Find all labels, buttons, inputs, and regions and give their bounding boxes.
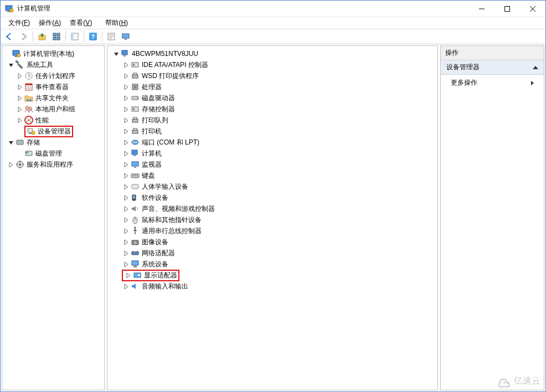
tree-storage[interactable]: 存储	[2, 137, 104, 148]
help-button[interactable]	[86, 30, 100, 43]
toolbar-separator	[102, 31, 102, 42]
disclosure-closed-icon[interactable]	[122, 282, 131, 291]
wrench-icon	[16, 60, 24, 69]
actions-section-device-manager[interactable]: 设备管理器	[441, 60, 544, 75]
tree-label: 磁盘驱动器	[142, 94, 175, 103]
tree-label: 设备管理器	[38, 127, 71, 136]
disclosure-closed-icon[interactable]	[122, 193, 131, 202]
tree-performance[interactable]: 性能	[2, 115, 104, 126]
dev-system[interactable]: 系统设备	[107, 259, 437, 270]
dev-print-queue[interactable]: 打印队列	[107, 115, 437, 126]
tree-label: 本地用户和组	[35, 105, 75, 114]
device-root[interactable]: 4BCWPM51NTV8JUU	[107, 48, 437, 59]
dev-display[interactable]: 显示适配器	[107, 270, 437, 281]
disclosure-closed-icon[interactable]	[122, 127, 131, 136]
software-icon	[131, 193, 140, 202]
disclosure-closed-icon[interactable]	[16, 94, 24, 102]
disclosure-closed-icon[interactable]	[16, 116, 24, 125]
dev-network[interactable]: 网络适配器	[107, 247, 437, 259]
disclosure-closed-icon[interactable]	[122, 238, 131, 246]
dev-ports[interactable]: 端口 (COM 和 LPT)	[107, 137, 437, 148]
dev-mouse[interactable]: 鼠标和其他指针设备	[107, 214, 437, 225]
device-tree[interactable]: 4BCWPM51NTV8JUU IDE ATA/ATAPI 控制器 WSD 打印…	[107, 46, 437, 294]
show-hide-tree-button[interactable]	[50, 30, 63, 43]
tree-label: 事件查看器	[35, 82, 69, 92]
chevron-right-icon	[531, 81, 534, 85]
action-pane-button[interactable]	[105, 30, 118, 43]
disclosure-closed-icon[interactable]	[122, 204, 131, 213]
disclosure-closed-icon[interactable]	[16, 71, 24, 80]
disclosure-open-icon[interactable]	[7, 138, 16, 147]
disclosure-closed-icon[interactable]	[7, 160, 16, 169]
dev-printer[interactable]: 打印机	[107, 126, 437, 137]
dev-keyboard[interactable]: 键盘	[107, 170, 437, 181]
dev-hid[interactable]: 人体学输入设备	[107, 181, 437, 192]
disclosure-closed-icon[interactable]	[122, 215, 131, 224]
disclosure-closed-icon[interactable]	[122, 105, 131, 114]
menu-view[interactable]: 查看(V)	[65, 17, 96, 29]
tree-shared-folders[interactable]: 共享文件夹	[2, 92, 104, 104]
maximize-button[interactable]	[495, 1, 520, 17]
window-title: 计算机管理	[17, 4, 469, 13]
dev-software[interactable]: 软件设备	[107, 192, 437, 203]
watermark-text: 亿速云	[514, 375, 540, 387]
actions-pane: 操作 设备管理器 更多操作 亿速云	[440, 45, 544, 390]
dev-monitor[interactable]: 监视器	[107, 159, 437, 170]
tree-services[interactable]: 服务和应用程序	[2, 159, 104, 170]
dev-wsd[interactable]: WSD 打印提供程序	[107, 70, 437, 81]
disclosure-closed-icon[interactable]	[122, 260, 131, 269]
dev-ide[interactable]: IDE ATA/ATAPI 控制器	[107, 59, 437, 70]
tree-event-viewer[interactable]: 事件查看器	[2, 81, 104, 92]
tree-label: IDE ATA/ATAPI 控制器	[142, 60, 208, 70]
tree-system-tools[interactable]: 系统工具	[2, 59, 104, 70]
tree-disk-mgmt[interactable]: 磁盘管理	[2, 148, 104, 159]
actions-more[interactable]: 更多操作	[441, 75, 544, 91]
disclosure-closed-icon[interactable]	[122, 149, 131, 158]
scan-hardware-button[interactable]	[119, 30, 132, 43]
tree-label: 声音、视频和游戏控制器	[142, 204, 215, 214]
dev-usb[interactable]: 通用串行总线控制器	[107, 225, 437, 236]
tree-label: 显示适配器	[144, 271, 177, 280]
disclosure-closed-icon[interactable]	[124, 271, 133, 280]
menu-help[interactable]: 帮助(H)	[101, 17, 132, 29]
up-button[interactable]	[35, 30, 49, 43]
menu-file[interactable]: 文件(F)	[4, 17, 34, 29]
disclosure-closed-icon[interactable]	[122, 226, 131, 235]
back-button[interactable]	[3, 30, 16, 43]
port-icon	[131, 138, 140, 147]
minimize-button[interactable]	[469, 1, 495, 17]
close-button[interactable]	[520, 1, 545, 17]
disclosure-closed-icon[interactable]	[122, 249, 131, 257]
disclosure-closed-icon[interactable]	[122, 138, 131, 147]
tree-device-manager[interactable]: 设备管理器	[2, 126, 104, 137]
tree-label: 存储控制器	[142, 105, 175, 114]
dev-imaging[interactable]: 图像设备	[107, 236, 437, 247]
dev-computer[interactable]: 计算机	[107, 148, 437, 159]
dev-storage-ctrl[interactable]: 存储控制器	[107, 104, 437, 115]
disclosure-closed-icon[interactable]	[122, 160, 131, 169]
console-tree[interactable]: 计算机管理(本地) 系统工具 任务计划程序 事件查看器 共享文件夹	[2, 46, 104, 172]
tree-task-scheduler[interactable]: 任务计划程序	[2, 70, 104, 81]
tree-local-users[interactable]: 本地用户和组	[2, 104, 104, 115]
disclosure-closed-icon[interactable]	[122, 60, 131, 69]
system-device-icon	[131, 260, 140, 269]
disclosure-closed-icon[interactable]	[122, 116, 131, 125]
dev-cpu[interactable]: 处理器	[107, 81, 437, 92]
dev-disk-drive[interactable]: 磁盘驱动器	[107, 92, 437, 104]
disclosure-closed-icon[interactable]	[16, 105, 24, 114]
menu-action[interactable]: 操作(A)	[34, 17, 65, 29]
forward-button[interactable]	[17, 30, 30, 43]
disclosure-closed-icon[interactable]	[122, 82, 131, 91]
disclosure-closed-icon[interactable]	[122, 94, 131, 102]
disclosure-open-icon[interactable]	[7, 60, 16, 69]
disclosure-closed-icon[interactable]	[122, 171, 131, 180]
disclosure-closed-icon[interactable]	[122, 71, 131, 80]
properties-button[interactable]	[68, 30, 81, 43]
services-icon	[16, 160, 24, 169]
disclosure-closed-icon[interactable]	[122, 182, 131, 191]
disclosure-open-icon[interactable]	[112, 49, 121, 58]
tree-root-computer-mgmt[interactable]: 计算机管理(本地)	[2, 48, 104, 59]
disclosure-closed-icon[interactable]	[16, 82, 24, 91]
dev-audio-io[interactable]: 音频输入和输出	[107, 281, 437, 292]
dev-sound[interactable]: 声音、视频和游戏控制器	[107, 203, 437, 214]
